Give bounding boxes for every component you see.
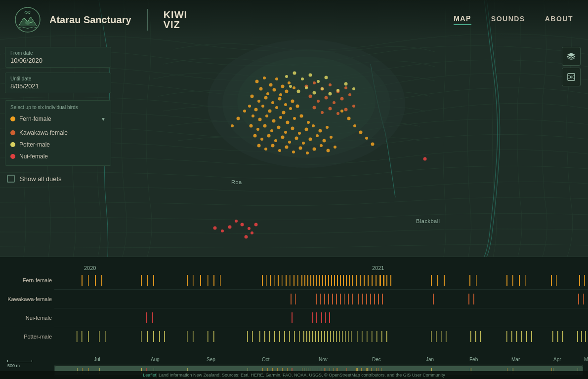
svg-rect-251 [289, 331, 290, 342]
svg-rect-211 [366, 294, 367, 304]
fern-row-label: Fern-female [0, 277, 52, 283]
svg-rect-291 [552, 331, 553, 342]
svg-rect-162 [319, 275, 320, 286]
svg-rect-283 [475, 331, 476, 342]
bird-item-nui[interactable]: Nui-female [10, 152, 106, 161]
month-feb: Feb [469, 357, 478, 362]
svg-rect-227 [325, 312, 326, 323]
until-date-field[interactable]: Until date 8/05/2021 [5, 73, 111, 93]
bird-selector-label: Select up to six individual birds [10, 105, 106, 110]
svg-rect-230 [82, 331, 83, 342]
svg-rect-193 [551, 275, 552, 286]
svg-rect-156 [301, 275, 302, 286]
svg-rect-145 [220, 275, 221, 286]
svg-rect-210 [362, 294, 363, 304]
from-date-field[interactable]: From date 10/06/2020 [5, 47, 111, 68]
svg-rect-285 [506, 331, 507, 342]
layers-button[interactable] [562, 47, 581, 66]
svg-rect-248 [274, 331, 275, 342]
fern-name: Fern-female [19, 115, 51, 122]
svg-rect-224 [312, 312, 313, 323]
month-may: May [584, 357, 588, 362]
month-sep: Sep [207, 357, 215, 362]
svg-rect-157 [304, 275, 305, 286]
bird-dropdown[interactable]: Fern-female ▼ [10, 114, 106, 124]
svg-rect-159 [310, 275, 311, 286]
nui-name: Nui-female [19, 153, 48, 160]
svg-rect-188 [476, 275, 477, 286]
svg-rect-247 [269, 331, 270, 342]
logo-text-area: Atarau Sanctuary [49, 14, 131, 26]
bird-item-fern: Fern-female [10, 114, 51, 124]
svg-rect-272 [362, 331, 363, 342]
svg-rect-161 [316, 275, 317, 286]
svg-rect-295 [581, 331, 582, 342]
month-mar: Mar [511, 357, 520, 362]
svg-rect-279 [436, 331, 437, 342]
svg-rect-278 [431, 331, 432, 342]
duets-control: Show all duets [5, 171, 111, 187]
svg-rect-209 [358, 294, 359, 304]
svg-rect-194 [556, 275, 557, 286]
attribution-text: | Land Information New Zealand, Sources:… [156, 373, 445, 378]
svg-rect-284 [480, 331, 481, 342]
svg-rect-292 [557, 331, 558, 342]
svg-rect-280 [441, 331, 442, 342]
month-jan: Jan [426, 357, 434, 362]
svg-rect-226 [321, 312, 322, 323]
svg-rect-270 [351, 331, 352, 342]
svg-rect-221 [146, 312, 147, 323]
svg-rect-148 [270, 275, 271, 286]
bird-item-kawakawa[interactable]: Kawakawa-female [10, 128, 106, 138]
svg-rect-164 [325, 275, 326, 286]
place-label-roa: Roa [231, 179, 242, 185]
svg-rect-231 [88, 331, 89, 342]
svg-rect-242 [213, 331, 214, 342]
leaflet-link[interactable]: Leaflet [143, 373, 156, 378]
nav-sounds[interactable]: SOUNDS [491, 15, 525, 25]
svg-rect-151 [282, 275, 283, 286]
svg-rect-264 [333, 331, 334, 342]
svg-rect-202 [328, 294, 329, 304]
timeline-row-potter: Potter-male [54, 327, 588, 346]
svg-rect-236 [153, 331, 154, 342]
header: Atarau Sanctuary KIWI VIZ MAP SOUNDS ABO… [0, 0, 588, 39]
nav-about[interactable]: ABOUT [545, 15, 573, 25]
svg-rect-166 [331, 275, 332, 286]
svg-rect-176 [364, 275, 365, 286]
kawakawa-row-label: Kawakawa-female [0, 296, 52, 302]
svg-rect-200 [320, 294, 321, 304]
svg-rect-173 [352, 275, 353, 286]
svg-rect-263 [330, 331, 331, 342]
kawakawa-name: Kawakawa-female [19, 129, 68, 136]
bird-item-potter[interactable]: Potter-male [10, 140, 106, 150]
target-icon [566, 72, 576, 82]
svg-rect-133 [82, 275, 83, 286]
svg-rect-153 [290, 275, 291, 286]
target-button[interactable] [562, 68, 581, 86]
svg-rect-134 [88, 275, 89, 286]
svg-rect-253 [299, 331, 300, 342]
fern-bar-area [54, 271, 588, 289]
svg-rect-229 [77, 331, 78, 342]
svg-rect-289 [526, 331, 527, 342]
svg-rect-158 [307, 275, 308, 286]
potter-timeline-svg [54, 327, 588, 346]
potter-row-label: Potter-male [0, 334, 52, 340]
nav-map[interactable]: MAP [454, 14, 471, 25]
svg-rect-256 [309, 331, 310, 342]
duets-checkbox[interactable] [7, 175, 15, 183]
logo-divider [147, 9, 148, 31]
kiwi-label: KIWI [164, 10, 187, 20]
svg-rect-142 [200, 275, 201, 286]
svg-rect-196 [584, 275, 585, 286]
svg-rect-245 [259, 331, 260, 342]
svg-rect-203 [332, 294, 333, 304]
svg-rect-165 [328, 275, 329, 286]
svg-rect-241 [208, 331, 209, 342]
svg-rect-212 [370, 294, 371, 304]
svg-rect-167 [334, 275, 335, 286]
svg-rect-274 [372, 331, 373, 342]
svg-rect-254 [303, 331, 304, 342]
scale-line [7, 360, 32, 362]
